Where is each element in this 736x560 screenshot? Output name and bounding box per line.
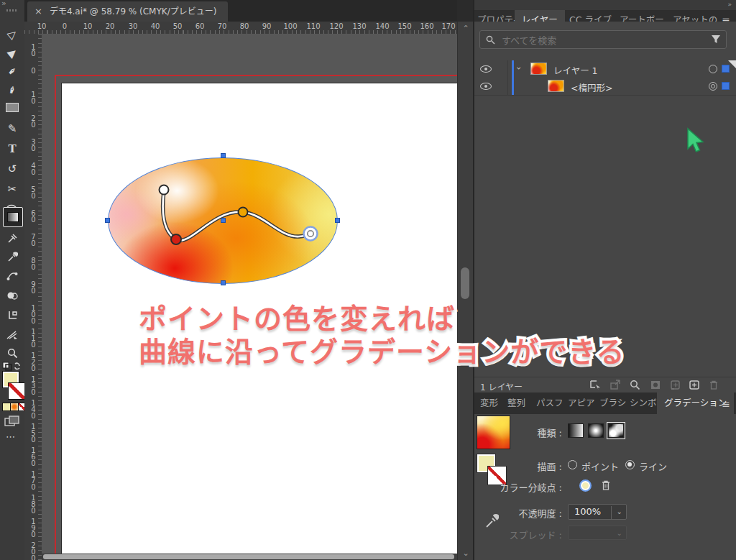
scroll-up-icon[interactable]: ⌃ [458,24,474,33]
layer-thumbnail[interactable] [548,80,564,92]
ruler-number: 0 [29,67,37,73]
toolbar-grabber[interactable] [6,9,18,12]
artboard-tool-icon[interactable] [0,308,24,323]
visibility-eye-icon[interactable] [480,83,492,90]
document-tab[interactable]: ×デモ4.ai* @ 58.79 % (CMYK/プレビュー) [27,1,228,22]
gradient-stop-orange[interactable] [239,208,248,217]
eyedropper-icon[interactable] [484,513,499,529]
illustrator-window: » ▷ ▶ ✒ ✒ ✎ T ↺ ✂ [0,0,736,560]
horizontal-scrollbar[interactable] [42,554,457,560]
opacity-select[interactable]: 100% ⌄ [568,504,627,520]
ruler-number: 160 [420,22,433,30]
stroke-color-swatch[interactable] [8,382,25,400]
ruler-number: 140 [29,399,37,418]
ruler-number: 130 [352,22,366,30]
locate-object-icon[interactable] [630,380,640,390]
delete-layer-icon[interactable] [709,380,719,390]
caption-line-2: 曲線に沿ってグラデーションができる [139,329,625,369]
ruler-number: 200 [29,541,37,560]
ruler-number: 100 [283,22,297,30]
direct-selection-tool-icon[interactable]: ▶ [0,45,24,60]
delete-stop-icon[interactable] [601,479,611,491]
vertical-ruler[interactable]: 10 0 10 20 30 40 50 60 70 80 90 100 110 … [24,34,42,560]
pen-tool-icon[interactable]: ✒ [0,63,24,79]
row-divider [507,78,508,95]
search-input[interactable] [500,32,690,48]
symbol-sprayer-tool-icon[interactable] [0,286,24,302]
ruler-number: 20 [29,114,37,127]
scissors-tool-icon[interactable]: ✂ [0,181,24,197]
selection-indicator-square[interactable] [722,82,730,90]
expand-chevron-icon[interactable]: › [514,67,524,70]
close-tab-icon[interactable]: × [34,6,42,17]
gradient-panel-menu-icon[interactable]: ≡ [722,398,730,410]
target-circle-icon[interactable] [709,65,717,73]
horizontal-scrollbar-thumb[interactable] [43,554,454,559]
layer-row-2[interactable]: <楕円形> [474,78,736,96]
radial-gradient-type-button[interactable] [588,423,604,438]
ruler-number: 60 [29,209,37,222]
ruler-number: 0 [63,22,67,30]
linear-gradient-type-button[interactable] [568,423,584,438]
blend-tool-icon[interactable] [0,267,24,283]
tab-transform[interactable]: 変形 [480,393,498,413]
horizontal-ruler[interactable]: 10 0 10 20 30 40 50 60 70 80 90 100 110 … [24,22,457,35]
tab-align[interactable]: 整列 [507,393,525,413]
visibility-eye-icon[interactable] [480,65,492,73]
rotate-tool-icon[interactable]: ↺ [0,161,24,177]
ruler-number: 110 [29,328,37,347]
right-panel: » プロパティ レイヤー CC ライブ アートボー アセットの ≡ [473,0,736,560]
draw-mode-icon[interactable] [4,416,20,430]
draw-line-label[interactable]: ライン [639,459,667,473]
panel-header-strip: » [474,0,736,10]
more-tools-icon[interactable]: ⋯ [6,431,16,442]
new-layer-icon[interactable] [689,380,700,390]
pencil-tool-icon[interactable]: ✎ [0,121,24,137]
color-stops-label: カラー分岐点 : [497,480,562,494]
vertical-scrollbar-thumb[interactable] [461,267,469,299]
freeform-gradient-type-button[interactable] [608,423,624,438]
draw-line-radio[interactable] [625,460,635,469]
ruler-number: 90 [262,22,272,30]
filter-funnel-icon[interactable] [711,35,721,45]
ruler-number: 110 [306,22,320,30]
ruler-number: 130 [29,375,37,395]
color-stop-button[interactable] [579,479,592,492]
gradient-line-outline [163,191,310,241]
width-tool-icon[interactable] [0,230,24,246]
draw-point-label[interactable]: ポイント [581,459,619,473]
curvature-tool-icon[interactable]: ✒ [0,82,24,98]
gradient-tool-selected[interactable] [3,207,23,227]
draw-point-radio[interactable] [568,460,577,469]
layer-name[interactable]: レイヤー 1 [553,63,598,77]
slice-tool-icon[interactable] [0,326,24,342]
ruler-number: 10 [37,22,47,30]
toolbar-collapse-icon[interactable]: » [1,0,6,8]
tab-symbols[interactable]: シンボ [630,393,657,413]
target-circle-targeted-icon[interactable] [709,82,717,91]
vertical-scrollbar[interactable]: ⌃ ⌄ [457,22,474,560]
search-field[interactable] [479,30,727,49]
collect-for-export-icon[interactable] [589,380,602,390]
layer-thumbnail[interactable] [530,63,547,75]
type-tool-icon[interactable]: T [0,141,24,157]
tab-brushes[interactable]: ブラシ [599,393,626,413]
layer-row-1[interactable]: › レイヤー 1 [474,60,736,78]
export-icon[interactable] [610,380,621,390]
layer-name[interactable]: <楕円形> [571,81,612,94]
tab-appearance[interactable]: アピア [568,393,595,413]
ruler-number: 80 [240,22,249,30]
new-sublayer-icon[interactable] [670,380,681,390]
chevron-down-icon: ⌄ [617,526,622,541]
gradient-stop-white[interactable] [160,185,169,195]
zoom-tool-icon[interactable] [0,345,24,361]
gradient-stop-red[interactable] [171,234,181,244]
ruler-number: 120 [329,22,343,30]
selection-tool-icon[interactable]: ▷ [0,26,24,42]
rectangle-tool-icon[interactable] [0,101,24,116]
scroll-down-icon[interactable]: ⌄ [458,548,474,558]
eyedropper-tool-icon[interactable] [0,249,24,265]
clipping-mask-icon[interactable] [650,380,661,390]
tab-pathfinder[interactable]: パスフ [536,393,564,413]
panel-collapse-icon[interactable]: » [727,1,732,8]
